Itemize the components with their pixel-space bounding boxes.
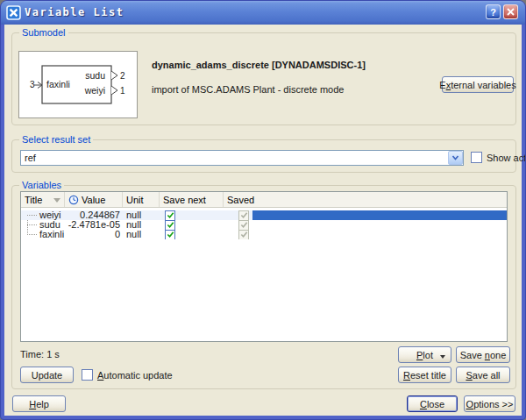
variables-table[interactable]: Title Value Unit Save next [20,191,508,342]
tree-branch-icon [27,224,37,225]
svg-text:weiyi: weiyi [84,85,105,96]
update-button[interactable]: Update [20,367,74,383]
automatic-update-label: Automatic update [97,370,173,381]
external-variables-button[interactable]: External variables [442,76,514,93]
sort-descending-icon [53,198,60,203]
table-row[interactable]: sudu -2.4781e-05 null [21,220,507,230]
combo-dropdown-button[interactable] [448,151,463,165]
check-icon [240,211,248,219]
clock-icon [68,195,79,205]
reset-title-button[interactable]: Reset title [398,367,451,383]
variables-group-label: Variables [19,180,64,191]
time-label: Time: 1 s [20,349,60,360]
close-icon [507,8,515,16]
row-value: 0.244867 [65,210,123,220]
result-set-group-label: Select result set [19,134,93,146]
show-activity-indexes-label: Show activity indexes [487,153,526,164]
tree-branch-icon [27,234,37,235]
chevron-down-icon [451,154,459,161]
column-header-saved[interactable]: Saved [224,192,507,207]
column-header-title[interactable]: Title [21,192,65,207]
table-row[interactable]: faxinli 0 null [21,230,507,239]
close-button[interactable]: Close [407,395,458,412]
svg-text:sudu: sudu [85,70,105,81]
row-value: 0 [65,230,123,239]
options-button[interactable]: Options >> [464,395,515,412]
column-header-save-next[interactable]: Save next [160,192,224,207]
result-set-combobox[interactable]: ref [20,150,464,166]
help-label: Help [29,399,49,409]
submodel-description: import of MSC.ADAMS Plant - discrete mod… [152,84,344,96]
selection-highlight [252,220,507,230]
dropdown-arrow-icon [440,355,445,359]
plot-button[interactable]: Plot [398,346,451,363]
table-body: weiyi 0.244867 null sudu [21,208,507,239]
svg-text:2: 2 [120,71,125,81]
close-label: Close [420,399,444,409]
options-label: Options >> [466,399,514,409]
close-titlebar-button[interactable] [503,4,518,19]
tree-branch-icon [27,215,37,216]
variable-list-dialog: Variable List ? Submodel 3 [0,0,526,420]
column-header-value[interactable]: Value [65,192,123,207]
row-title: faxinli [39,230,64,239]
saved-checkbox [238,220,249,230]
submodel-group-label: Submodel [19,27,68,39]
help-titlebar-button[interactable]: ? [486,4,501,19]
row-unit: null [123,220,160,230]
check-icon [240,221,248,229]
save-next-checkbox[interactable] [165,210,175,220]
row-unit: null [123,230,160,239]
app-icon [6,5,21,20]
dialog-body: Submodel 3 faxinli sudu 2 weiyi 1 [4,25,522,416]
question-icon: ? [490,7,496,18]
submodel-preview: 3 faxinli sudu 2 weiyi 1 [18,51,138,118]
check-icon [240,231,248,238]
reset-title-label: Reset title [403,370,446,381]
saved-checkbox [238,210,249,220]
show-activity-indexes-checkbox[interactable] [471,152,482,163]
selection-highlight [252,210,507,220]
result-set-value: ref [21,151,448,165]
title-bar[interactable]: Variable List ? [1,1,525,25]
svg-text:1: 1 [120,86,125,96]
save-none-label: Save none [460,350,507,360]
save-next-checkbox[interactable] [165,230,175,239]
plot-label: Plot [416,350,433,360]
column-header-unit[interactable]: Unit [123,192,160,207]
window-title: Variable List [25,1,124,25]
check-icon [167,221,174,229]
row-title: weiyi [39,210,60,220]
check-icon [167,211,174,219]
submodel-title: dynamic_adams_discrete [DYNADAMSDISC-1] [152,60,366,71]
save-none-button[interactable]: Save none [456,346,510,363]
update-label: Update [32,370,62,381]
row-unit: null [123,210,160,220]
table-header[interactable]: Title Value Unit Save next [21,192,507,208]
window-frame: Variable List ? Submodel 3 [0,0,526,420]
save-all-button[interactable]: Save all [456,367,510,383]
row-title: sudu [39,220,60,230]
automatic-update-checkbox[interactable] [82,369,93,381]
row-value: -2.4781e-05 [65,220,123,230]
help-button[interactable]: Help [12,395,66,412]
svg-text:faxinli: faxinli [46,79,70,89]
table-row[interactable]: weiyi 0.244867 null [21,210,507,220]
selection-highlight [252,230,507,239]
save-next-checkbox[interactable] [165,220,175,230]
block-diagram: 3 faxinli sudu 2 weiyi 1 [19,52,137,117]
check-icon [167,231,174,238]
saved-checkbox [238,230,249,239]
external-variables-label: External variables [439,80,515,90]
save-all-label: Save all [466,370,500,381]
